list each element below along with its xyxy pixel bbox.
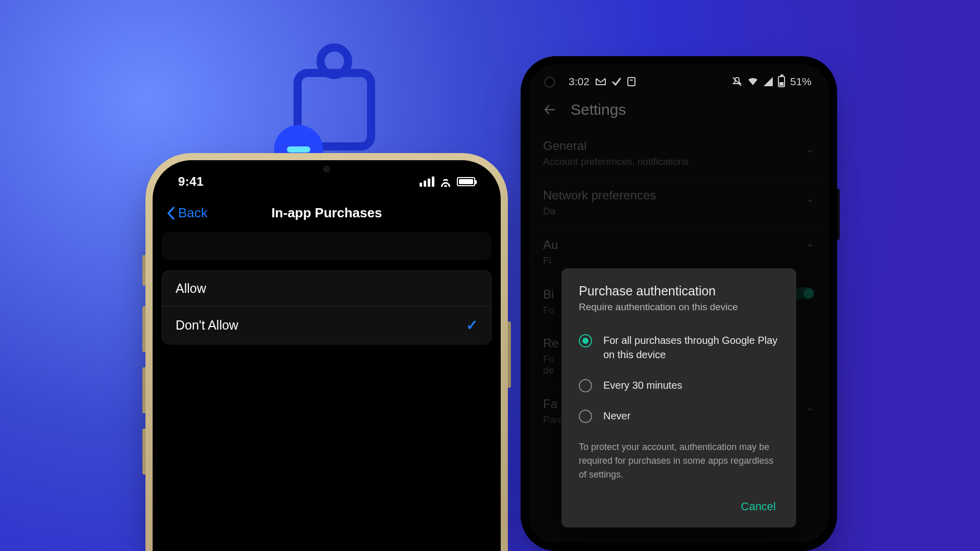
option-label: Allow (176, 281, 206, 296)
shopping-block-icon (268, 43, 393, 168)
radio-label: Every 30 minutes (603, 378, 682, 392)
radio-icon (579, 379, 592, 392)
back-label: Back (178, 205, 208, 221)
cancel-button[interactable]: Cancel (738, 496, 779, 517)
iphone-frame: 9:41 Back In-app Purchases Allow (145, 153, 508, 551)
battery-icon (457, 177, 475, 186)
radio-label: Never (603, 409, 630, 423)
wifi-icon (747, 77, 758, 86)
radio-option-all[interactable]: For all purchases through Google Play on… (579, 325, 779, 370)
pixel-frame: 3:02 51% Settings (521, 56, 837, 551)
svg-rect-0 (628, 78, 635, 86)
dialog-subtitle: Require authentication on this device (579, 302, 779, 313)
check-icon (612, 77, 621, 86)
radio-option-never[interactable]: Never (579, 400, 779, 431)
radio-icon (579, 410, 592, 423)
purchase-auth-dialog: Purchase authentication Require authenti… (561, 268, 796, 528)
option-allow[interactable]: Allow (162, 271, 491, 306)
battery-icon (778, 76, 785, 87)
checkmark-icon: ✓ (466, 317, 478, 334)
radio-icon (579, 334, 592, 347)
gmail-icon (596, 78, 606, 86)
dialog-title: Purchase authentication (579, 284, 779, 298)
dialog-note: To protect your account, authentication … (579, 440, 779, 482)
settings-spacer (162, 232, 492, 260)
back-button[interactable]: Back (167, 205, 208, 221)
battery-percent: 51% (790, 76, 812, 88)
ios-time: 9:41 (178, 174, 204, 189)
svg-rect-1 (630, 80, 633, 81)
cellular-icon (420, 177, 434, 187)
option-dont-allow[interactable]: Don't Allow ✓ (162, 306, 491, 344)
wifi-icon (439, 177, 452, 187)
android-time: 3:02 (569, 76, 590, 88)
dnd-icon (732, 77, 742, 87)
radio-label: For all purchases through Google Play on… (603, 333, 779, 362)
front-camera (544, 77, 555, 88)
app-icon (627, 77, 635, 86)
android-status-bar: 3:02 51% (529, 64, 829, 92)
cellular-icon (764, 77, 773, 86)
radio-option-30min[interactable]: Every 30 minutes (579, 370, 779, 400)
option-label: Don't Allow (176, 318, 238, 333)
options-group: Allow Don't Allow ✓ (162, 270, 492, 344)
